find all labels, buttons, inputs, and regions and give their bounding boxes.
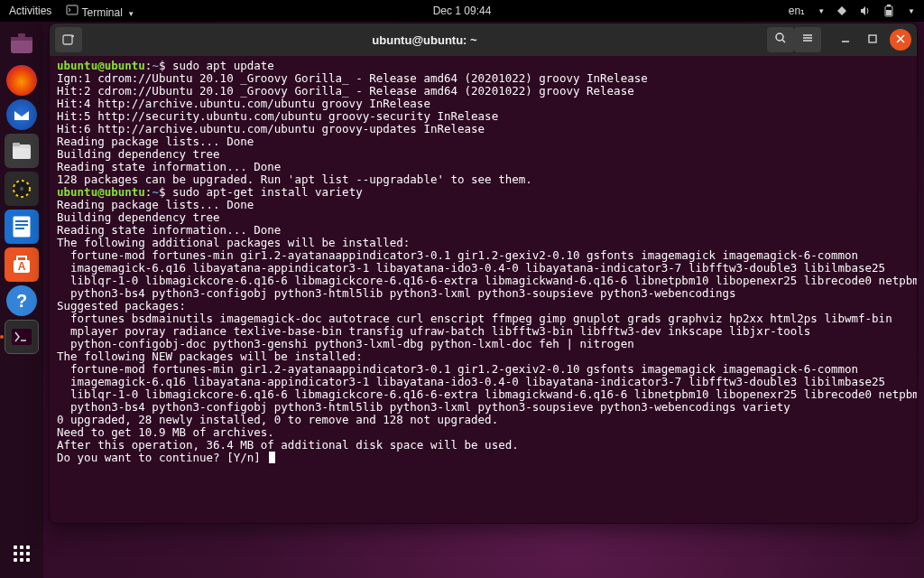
window-title: ubuntu@ubuntu: ~ <box>82 33 767 47</box>
app-menu-label: Terminal <box>81 6 122 19</box>
svg-point-25 <box>776 33 783 41</box>
search-icon <box>774 32 787 48</box>
dock-icon-rhythmbox[interactable] <box>5 172 39 206</box>
svg-rect-17 <box>15 228 24 229</box>
activities-button[interactable]: Activities <box>9 5 51 17</box>
svg-rect-5 <box>11 37 32 41</box>
svg-rect-0 <box>67 5 78 14</box>
menu-icon <box>801 32 814 48</box>
dock-icon-thunderbird[interactable] <box>6 99 37 130</box>
svg-point-12 <box>20 187 23 191</box>
battery-icon[interactable] <box>882 5 895 17</box>
minimize-button[interactable] <box>832 27 859 52</box>
svg-rect-3 <box>886 10 892 15</box>
keyboard-layout-indicator[interactable]: en₁ <box>789 5 805 17</box>
search-button[interactable] <box>767 27 794 52</box>
chevron-down-icon: ▼ <box>818 7 825 15</box>
chevron-down-icon: ▼ <box>908 7 915 15</box>
dock-icon-firefox[interactable] <box>6 65 37 96</box>
svg-text:A: A <box>18 260 26 273</box>
new-tab-button[interactable] <box>55 27 82 52</box>
dock: A ? <box>0 22 43 578</box>
svg-rect-8 <box>13 143 20 146</box>
clock[interactable]: Dec 1 09:44 <box>433 5 492 17</box>
volume-icon[interactable] <box>859 5 872 17</box>
svg-rect-20 <box>12 329 32 345</box>
chevron-down-icon: ▼ <box>127 10 134 18</box>
network-icon[interactable] <box>836 5 848 17</box>
dock-icon-organize[interactable] <box>5 27 39 61</box>
svg-rect-6 <box>18 33 25 37</box>
svg-line-26 <box>782 40 785 42</box>
minimize-icon <box>840 32 851 48</box>
terminal-icon <box>66 4 79 16</box>
svg-rect-13 <box>13 216 31 238</box>
terminal-titlebar: ubuntu@ubuntu: ~ <box>50 23 917 56</box>
show-applications-button[interactable] <box>5 536 39 571</box>
svg-rect-22 <box>63 35 72 44</box>
terminal-window: ubuntu@ubuntu: ~ ubuntu@ubuntu:~$ sudo a… <box>49 23 918 524</box>
dock-icon-files[interactable] <box>5 134 39 168</box>
svg-rect-9 <box>13 148 31 159</box>
maximize-icon <box>867 32 878 48</box>
dock-icon-help[interactable]: ? <box>6 285 37 316</box>
top-panel: Activities Terminal ▼ Dec 1 09:44 en₁ ▼ … <box>0 0 924 22</box>
maximize-button[interactable] <box>859 27 886 52</box>
svg-rect-15 <box>15 220 28 222</box>
dock-icon-libreoffice-writer[interactable] <box>5 210 39 244</box>
hamburger-menu-button[interactable] <box>794 27 821 52</box>
svg-rect-2 <box>887 5 891 6</box>
svg-rect-16 <box>15 224 28 226</box>
terminal-output[interactable]: ubuntu@ubuntu:~$ sudo apt updateIgn:1 cd… <box>50 56 917 523</box>
close-button[interactable] <box>890 29 911 51</box>
dock-icon-ubuntu-software[interactable]: A <box>5 247 39 282</box>
dock-icon-terminal[interactable] <box>5 320 39 354</box>
svg-rect-31 <box>869 35 876 42</box>
close-icon <box>895 32 906 48</box>
app-menu[interactable]: Terminal ▼ <box>66 4 134 19</box>
